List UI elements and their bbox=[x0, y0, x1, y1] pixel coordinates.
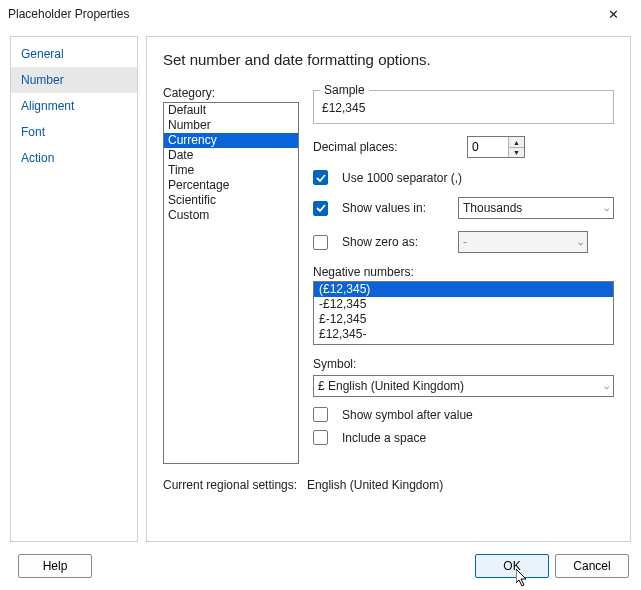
help-button[interactable]: Help bbox=[18, 554, 92, 578]
chevron-up-icon: ▲ bbox=[513, 139, 520, 146]
symbol-after-row: Show symbol after value bbox=[313, 407, 614, 422]
sidebar-item-alignment[interactable]: Alignment bbox=[11, 93, 137, 119]
chevron-down-icon: ▼ bbox=[513, 149, 520, 156]
negative-option[interactable]: (£12,345) bbox=[314, 282, 613, 297]
show-zero-checkbox[interactable] bbox=[313, 235, 328, 250]
include-space-checkbox[interactable] bbox=[313, 430, 328, 445]
category-option-time[interactable]: Time bbox=[164, 163, 298, 178]
dialog-footer: Help OK Cancel bbox=[0, 542, 641, 590]
negative-label: Negative numbers: bbox=[313, 265, 614, 279]
show-values-select[interactable]: Thousands ⌵ bbox=[458, 197, 614, 219]
negative-option[interactable]: £12,345- bbox=[314, 327, 613, 342]
close-icon: ✕ bbox=[608, 7, 619, 22]
sample-group: Sample £12,345 bbox=[313, 90, 614, 124]
spinner-up-button[interactable]: ▲ bbox=[509, 137, 524, 147]
show-values-row: Show values in: Thousands ⌵ bbox=[313, 197, 614, 219]
sample-value: £12,345 bbox=[322, 101, 605, 115]
decimal-input[interactable] bbox=[468, 137, 508, 157]
button-label: Cancel bbox=[573, 559, 610, 573]
sidebar-item-label: Action bbox=[21, 151, 54, 165]
category-option-scientific[interactable]: Scientific bbox=[164, 193, 298, 208]
negative-option[interactable]: -£12,345 bbox=[314, 297, 613, 312]
window-title: Placeholder Properties bbox=[8, 7, 593, 21]
regional-settings: Current regional settings: English (Unit… bbox=[163, 478, 614, 492]
regional-value: English (United Kingdom) bbox=[307, 478, 443, 492]
button-label: OK bbox=[503, 559, 520, 573]
show-values-value: Thousands bbox=[463, 201, 600, 215]
check-icon bbox=[316, 203, 326, 213]
show-zero-select[interactable]: - ⌵ bbox=[458, 231, 588, 253]
sidebar-item-label: Number bbox=[21, 73, 64, 87]
include-space-label: Include a space bbox=[342, 431, 426, 445]
category-option-number[interactable]: Number bbox=[164, 118, 298, 133]
close-button[interactable]: ✕ bbox=[593, 0, 633, 28]
regional-label: Current regional settings: bbox=[163, 478, 297, 492]
decimal-row: Decimal places: ▲ ▼ bbox=[313, 136, 614, 158]
sidebar-item-font[interactable]: Font bbox=[11, 119, 137, 145]
category-listbox[interactable]: Default Number Currency Date Time Percen… bbox=[163, 102, 299, 464]
sample-legend: Sample bbox=[320, 83, 369, 97]
sidebar-item-general[interactable]: General bbox=[11, 41, 137, 67]
ok-button[interactable]: OK bbox=[475, 554, 549, 578]
content-row: Category: Default Number Currency Date T… bbox=[163, 86, 614, 464]
check-icon bbox=[316, 173, 326, 183]
dialog-window: Placeholder Properties ✕ General Number … bbox=[0, 0, 641, 590]
show-symbol-after-label: Show symbol after value bbox=[342, 408, 473, 422]
separator-row: Use 1000 separator (,) bbox=[313, 170, 614, 185]
spinner-buttons: ▲ ▼ bbox=[508, 137, 524, 157]
show-values-checkbox[interactable] bbox=[313, 201, 328, 216]
dialog-body: General Number Alignment Font Action Set… bbox=[0, 28, 641, 542]
decimal-spinner[interactable]: ▲ ▼ bbox=[467, 136, 525, 158]
cancel-button[interactable]: Cancel bbox=[555, 554, 629, 578]
include-space-row: Include a space bbox=[313, 430, 614, 445]
sidebar-item-label: Alignment bbox=[21, 99, 74, 113]
symbol-value: £ English (United Kingdom) bbox=[318, 379, 600, 393]
chevron-down-icon: ⌵ bbox=[600, 381, 609, 391]
category-option-percentage[interactable]: Percentage bbox=[164, 178, 298, 193]
chevron-down-icon: ⌵ bbox=[574, 237, 583, 247]
use-separator-checkbox[interactable] bbox=[313, 170, 328, 185]
show-zero-label: Show zero as: bbox=[342, 235, 450, 249]
category-option-currency[interactable]: Currency bbox=[164, 133, 298, 148]
category-column: Category: Default Number Currency Date T… bbox=[163, 86, 299, 464]
show-values-label: Show values in: bbox=[342, 201, 450, 215]
main-panel: Set number and date formatting options. … bbox=[146, 36, 631, 542]
sidebar-item-number[interactable]: Number bbox=[11, 67, 137, 93]
category-label: Category: bbox=[163, 86, 299, 100]
show-symbol-after-checkbox[interactable] bbox=[313, 407, 328, 422]
symbol-label: Symbol: bbox=[313, 357, 614, 371]
symbol-select[interactable]: £ English (United Kingdom) ⌵ bbox=[313, 375, 614, 397]
negative-listbox[interactable]: (£12,345) -£12,345 £-12,345 £12,345- bbox=[313, 281, 614, 345]
category-option-date[interactable]: Date bbox=[164, 148, 298, 163]
show-zero-value: - bbox=[463, 235, 574, 249]
decimal-label: Decimal places: bbox=[313, 140, 433, 154]
sidebar-item-action[interactable]: Action bbox=[11, 145, 137, 171]
sidebar: General Number Alignment Font Action bbox=[10, 36, 138, 542]
button-label: Help bbox=[43, 559, 68, 573]
sidebar-item-label: General bbox=[21, 47, 64, 61]
spinner-down-button[interactable]: ▼ bbox=[509, 147, 524, 157]
options-column: Sample £12,345 Decimal places: ▲ ▼ bbox=[313, 86, 614, 445]
sidebar-item-label: Font bbox=[21, 125, 45, 139]
titlebar: Placeholder Properties ✕ bbox=[0, 0, 641, 28]
chevron-down-icon: ⌵ bbox=[600, 203, 609, 213]
category-option-custom[interactable]: Custom bbox=[164, 208, 298, 223]
use-separator-label: Use 1000 separator (,) bbox=[342, 171, 462, 185]
negative-option[interactable]: £-12,345 bbox=[314, 312, 613, 327]
category-option-default[interactable]: Default bbox=[164, 103, 298, 118]
show-zero-row: Show zero as: - ⌵ bbox=[313, 231, 614, 253]
page-heading: Set number and date formatting options. bbox=[163, 51, 614, 68]
